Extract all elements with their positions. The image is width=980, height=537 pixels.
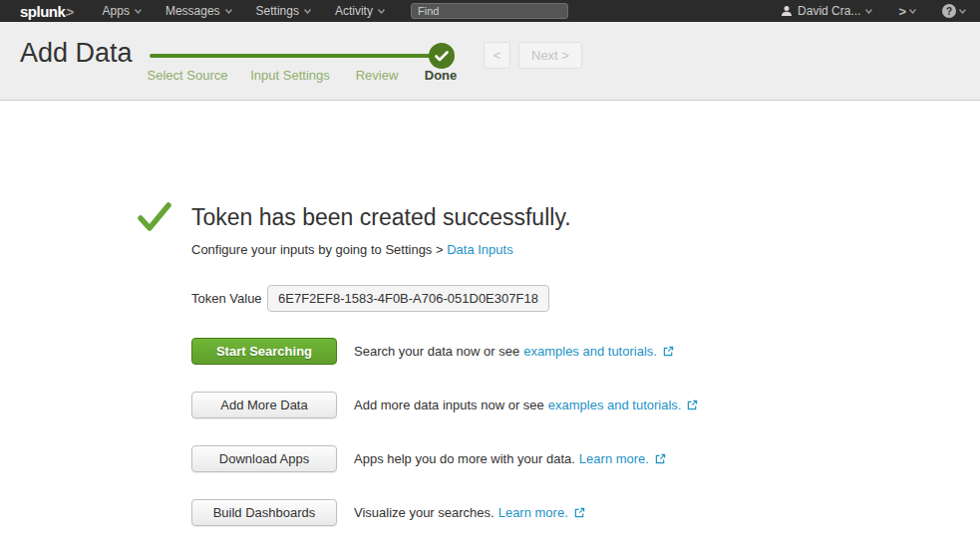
action-desc: Visualize your searches. Learn more. — [354, 505, 585, 520]
share-menu[interactable]: > — [898, 4, 916, 19]
nav-menu-messages-label: Messages — [165, 4, 220, 18]
action-row-add-more-data: Add More Data Add more data inputs now o… — [191, 392, 980, 418]
action-desc-text: Add more data inputs now or see — [354, 398, 544, 412]
splunk-logo[interactable]: splunk > — [20, 3, 75, 20]
download-apps-button[interactable]: Download Apps — [191, 445, 337, 472]
share-icon: > — [898, 4, 906, 19]
success-heading: Token has been created successfully. — [191, 204, 980, 231]
nav-menu-activity[interactable]: Activity — [335, 4, 385, 18]
nav-right-group: David Cra... > ? — [781, 4, 980, 19]
chevron-down-icon — [225, 9, 232, 14]
action-desc: Add more data inputs now or see examples… — [354, 398, 698, 412]
splunk-logo-caret: > — [65, 4, 77, 20]
build-dashboards-button[interactable]: Build Dashboards — [191, 499, 337, 526]
chevron-down-icon — [909, 9, 916, 14]
token-row: Token Value 6E7F2EF8-1583-4F0B-A706-051D… — [191, 285, 980, 312]
external-link-icon — [663, 346, 674, 357]
action-desc: Search your data now or see examples and… — [354, 344, 674, 359]
action-row-download-apps: Download Apps Apps help you do more with… — [191, 445, 980, 472]
learn-more-link[interactable]: Learn more. — [498, 505, 568, 520]
success-check-icon — [137, 200, 172, 234]
action-row-build-dashboards: Build Dashboards Visualize your searches… — [191, 499, 980, 526]
token-value-label: Token Value — [191, 291, 267, 306]
find-search-input[interactable] — [411, 3, 568, 19]
external-link-icon — [574, 507, 585, 518]
action-desc: Apps help you do more with your data. Le… — [354, 451, 666, 466]
action-row-start-searching: Start Searching Search your data now or … — [191, 338, 980, 365]
external-link-icon — [655, 453, 666, 464]
token-value-field: 6E7F2EF8-1583-4F0B-A706-051D0E307F18 — [267, 285, 549, 312]
splunk-logo-text: splunk — [20, 3, 65, 20]
page-header: Add Data Select Source Input Settings Re… — [0, 22, 980, 101]
nav-menu-settings-label: Settings — [256, 4, 299, 18]
step-select-source: Select Source — [148, 68, 228, 83]
external-link-icon — [687, 400, 698, 410]
nav-menu-settings[interactable]: Settings — [256, 4, 311, 18]
nav-menu-activity-label: Activity — [335, 4, 373, 18]
user-icon — [781, 5, 793, 17]
nav-menu-apps[interactable]: Apps — [103, 4, 142, 18]
user-menu[interactable]: David Cra... — [781, 4, 872, 18]
action-desc-text: Visualize your searches. — [354, 505, 494, 520]
step-review: Review — [356, 68, 399, 83]
chevron-down-icon — [135, 9, 142, 14]
main-content: Token has been created successfully. Con… — [0, 101, 980, 526]
learn-more-link[interactable]: Learn more. — [579, 451, 649, 466]
configure-hint: Configure your inputs by going to Settin… — [191, 242, 980, 257]
action-desc-text: Search your data now or see — [354, 344, 519, 359]
start-searching-button[interactable]: Start Searching — [191, 338, 337, 365]
chevron-down-icon — [959, 9, 966, 14]
step-input-settings: Input Settings — [250, 68, 330, 83]
next-button[interactable]: Next > — [518, 42, 582, 69]
stepper-done-check-icon — [429, 43, 455, 69]
page-title: Add Data — [20, 38, 133, 69]
chevron-down-icon — [378, 9, 385, 14]
step-done: Done — [425, 68, 458, 83]
chevron-down-icon — [865, 9, 872, 14]
data-inputs-link[interactable]: Data Inputs — [447, 242, 513, 257]
help-menu[interactable]: ? — [942, 4, 966, 18]
examples-tutorials-link[interactable]: examples and tutorials. — [523, 344, 657, 359]
stepper-progress-bar — [150, 54, 442, 58]
header-nav-buttons: < Next > — [484, 42, 582, 69]
user-name: David Cra... — [798, 4, 860, 18]
help-icon: ? — [942, 4, 956, 18]
add-more-data-button[interactable]: Add More Data — [191, 392, 337, 418]
nav-menu-apps-label: Apps — [103, 4, 130, 18]
examples-tutorials-link[interactable]: examples and tutorials. — [548, 398, 682, 412]
chevron-down-icon — [304, 9, 311, 14]
top-nav-bar: splunk > Apps Messages Settings Activity… — [0, 0, 980, 22]
action-desc-text: Apps help you do more with your data. — [354, 451, 575, 466]
nav-menu-messages[interactable]: Messages — [165, 4, 232, 18]
configure-hint-text: Configure your inputs by going to Settin… — [191, 242, 447, 257]
back-button[interactable]: < — [484, 42, 510, 69]
